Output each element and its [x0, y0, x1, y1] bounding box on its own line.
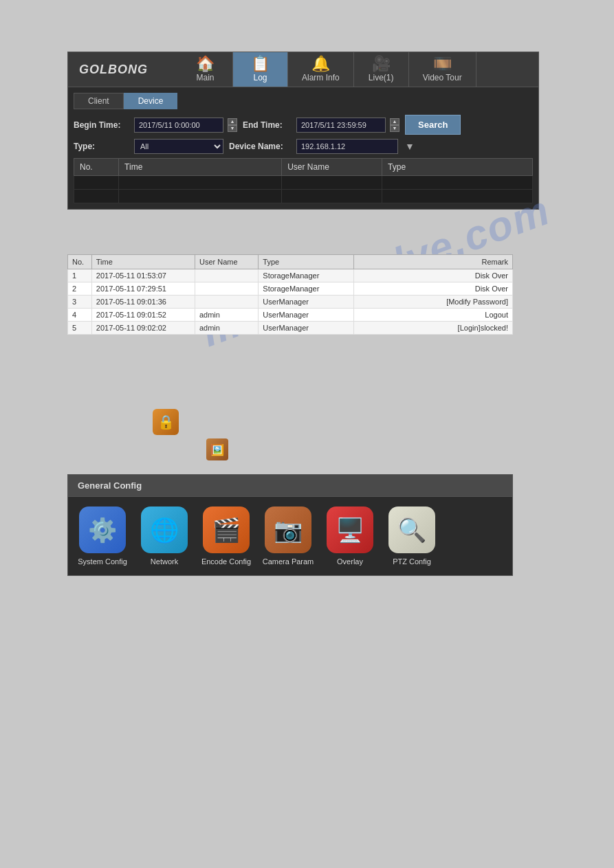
- nav-bar: GOLBONG 🏠 Main 📋 Log 🔔 Alarm Info 🎥 Live…: [68, 52, 538, 87]
- mid-table-row: 1 2017-05-11 01:53:07 StorageManager Dis…: [68, 269, 513, 282]
- end-time-down[interactable]: ▼: [390, 125, 399, 132]
- icon-label-encode-config: Encode Config: [201, 557, 251, 566]
- icon-label-network: Network: [151, 557, 178, 566]
- table-row-empty: [74, 176, 533, 190]
- end-time-label: End Time:: [243, 120, 291, 130]
- small-icon-2-box: 🖼️: [206, 438, 228, 460]
- type-label: Type:: [74, 142, 129, 151]
- begin-time-down[interactable]: ▼: [228, 125, 237, 132]
- icon-box-camera-param: 📷: [265, 507, 311, 553]
- tab-log[interactable]: 📋 Log: [233, 52, 288, 87]
- device-name-dropdown-icon[interactable]: ▼: [405, 141, 415, 152]
- col-type: Type: [382, 159, 533, 176]
- mid-col-user: User Name: [195, 255, 258, 269]
- mid-table-row: 2 2017-05-11 07:29:51 StorageManager Dis…: [68, 282, 513, 296]
- icon-item-encode-config[interactable]: 🎬 Encode Config: [199, 507, 254, 566]
- logo-text: GOLBONG: [79, 63, 148, 77]
- icon-item-overlay[interactable]: 🖥️ Overlay: [322, 507, 377, 566]
- end-time-spinner[interactable]: ▲ ▼: [390, 118, 399, 132]
- tab-live-label: Live(1): [369, 73, 394, 82]
- col-time: Time: [119, 159, 282, 176]
- col-no: No.: [74, 159, 119, 176]
- icon-item-system-config[interactable]: ⚙️ System Config: [75, 507, 130, 566]
- icon-label-camera-param: Camera Param: [263, 557, 314, 566]
- begin-time-up[interactable]: ▲: [228, 118, 237, 125]
- tab-main-label: Main: [196, 73, 214, 82]
- top-panel: GOLBONG 🏠 Main 📋 Log 🔔 Alarm Info 🎥 Live…: [67, 52, 539, 210]
- tab-log-label: Log: [253, 73, 267, 82]
- search-button[interactable]: Search: [405, 115, 461, 135]
- mid-col-time: Time: [91, 255, 195, 269]
- device-name-input[interactable]: [296, 139, 398, 154]
- begin-time-label: Begin Time:: [74, 120, 129, 130]
- mid-table-row: 3 2017-05-11 09:01:36 UserManager [Modif…: [68, 296, 513, 309]
- tab-tour-label: Video Tour: [423, 73, 462, 82]
- form-row-2: Type: All Device Name: ▼: [74, 139, 533, 154]
- small-icon-1[interactable]: 🔒: [153, 409, 179, 435]
- mid-table-row: 4 2017-05-11 09:01:52 admin UserManager …: [68, 309, 513, 322]
- tab-main[interactable]: 🏠 Main: [178, 52, 233, 87]
- mid-panel: No. Time User Name Type Remark 1 2017-05…: [67, 254, 513, 335]
- icon-box-overlay: 🖥️: [327, 507, 373, 553]
- icon-box-encode-config: 🎬: [203, 507, 250, 553]
- type-select[interactable]: All: [134, 139, 223, 154]
- tab-alarm[interactable]: 🔔 Alarm Info: [288, 52, 354, 87]
- table-row-empty2: [74, 190, 533, 203]
- small-icon-2[interactable]: 🖼️: [206, 438, 228, 460]
- begin-time-input[interactable]: [134, 118, 223, 133]
- form-row-1: Begin Time: ▲ ▼ End Time: ▲ ▼ Search: [74, 115, 533, 135]
- end-time-up[interactable]: ▲: [390, 118, 399, 125]
- bottom-panel: General Config ⚙️ System Config 🌐 Networ…: [67, 474, 513, 576]
- icon-box-network: 🌐: [141, 507, 188, 553]
- sub-tab-device[interactable]: Device: [124, 93, 178, 109]
- icon-item-network[interactable]: 🌐 Network: [137, 507, 192, 566]
- begin-time-spinner[interactable]: ▲ ▼: [228, 118, 237, 132]
- icon-grid: ⚙️ System Config 🌐 Network 🎬 Encode Conf…: [68, 497, 512, 575]
- log-table: No. Time User Name Type: [74, 158, 533, 203]
- logo-area: GOLBONG: [68, 52, 178, 87]
- mid-table-row: 5 2017-05-11 09:02:02 admin UserManager …: [68, 322, 513, 335]
- tab-live[interactable]: 🎥 Live(1): [354, 52, 409, 87]
- alarm-icon: 🔔: [311, 56, 330, 71]
- sub-tab-client[interactable]: Client: [74, 93, 124, 109]
- log-icon: 📋: [251, 56, 270, 71]
- icon-label-overlay: Overlay: [337, 557, 363, 566]
- mid-col-no: No.: [68, 255, 92, 269]
- main-icon: 🏠: [196, 56, 215, 71]
- end-time-input[interactable]: [296, 118, 386, 133]
- icon-item-ptz-config[interactable]: 🔍 PTZ Config: [384, 507, 439, 566]
- mid-table: No. Time User Name Type Remark 1 2017-05…: [67, 254, 513, 335]
- mid-col-remark: Remark: [353, 255, 512, 269]
- mid-table-header-row: No. Time User Name Type Remark: [68, 255, 513, 269]
- sub-tabs: Client Device: [74, 93, 533, 109]
- tour-icon: 🎞️: [433, 56, 452, 71]
- tab-video-tour[interactable]: 🎞️ Video Tour: [409, 52, 476, 87]
- icon-box-system-config: ⚙️: [79, 507, 126, 553]
- icon-label-system-config: System Config: [78, 557, 127, 566]
- tab-content: Client Device Begin Time: ▲ ▼ End Time: …: [68, 87, 538, 209]
- tab-alarm-label: Alarm Info: [302, 73, 340, 82]
- mid-col-type: Type: [259, 255, 354, 269]
- live-icon: 🎥: [372, 56, 391, 71]
- col-user: User Name: [282, 159, 382, 176]
- icon-label-ptz-config: PTZ Config: [393, 557, 431, 566]
- icon-box-ptz-config: 🔍: [388, 507, 435, 553]
- mid-table-body: 1 2017-05-11 01:53:07 StorageManager Dis…: [68, 269, 513, 335]
- general-config-header: General Config: [68, 475, 512, 497]
- small-icon-1-box: 🔒: [153, 409, 179, 435]
- icon-item-camera-param[interactable]: 📷 Camera Param: [261, 507, 316, 566]
- device-name-label: Device Name:: [229, 142, 291, 151]
